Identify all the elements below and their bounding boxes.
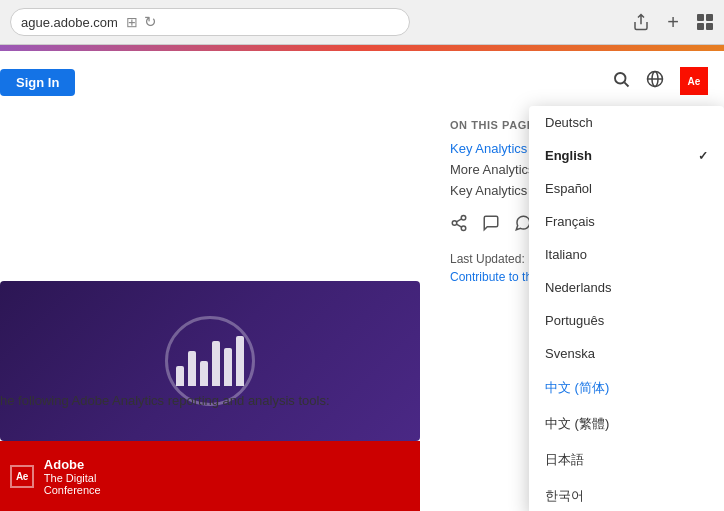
url-text: ague.adobe.com: [21, 15, 118, 30]
svg-line-12: [456, 224, 461, 227]
lang-nederlands[interactable]: Nederlands: [529, 271, 724, 304]
svg-line-13: [456, 219, 461, 222]
new-tab-icon[interactable]: +: [664, 13, 682, 31]
address-bar[interactable]: ague.adobe.com ⊞ ↻: [10, 8, 410, 36]
lang-francais[interactable]: Français: [529, 205, 724, 238]
lang-svenska[interactable]: Svenska: [529, 337, 724, 370]
translate-icon[interactable]: ⊞: [126, 14, 138, 30]
check-icon: ✓: [698, 149, 708, 163]
share-action-icon[interactable]: [450, 214, 468, 236]
bar-5: [224, 348, 232, 386]
adobe-conference-card: Ae Adobe The Digital Conference: [0, 441, 420, 511]
refresh-icon[interactable]: ↻: [144, 13, 157, 31]
svg-point-9: [461, 216, 466, 221]
svg-line-5: [624, 82, 628, 86]
lang-japanese[interactable]: 日本語: [529, 442, 724, 478]
svg-rect-0: [697, 14, 704, 21]
lang-english[interactable]: English ✓: [529, 139, 724, 172]
lang-italiano[interactable]: Italiano: [529, 238, 724, 271]
lang-chinese-traditional[interactable]: 中文 (繁體): [529, 406, 724, 442]
page-content: Sign In he following Adobe Analytics rep…: [0, 51, 724, 511]
bar-6: [236, 336, 244, 386]
lang-espanol[interactable]: Español: [529, 172, 724, 205]
browser-action-icons: +: [632, 13, 714, 31]
bar-2: [188, 351, 196, 386]
svg-rect-3: [706, 23, 713, 30]
lang-korean[interactable]: 한국어: [529, 478, 724, 511]
header-icon-row: Ae: [596, 51, 724, 111]
svg-point-4: [615, 73, 626, 84]
svg-rect-2: [697, 23, 704, 30]
globe-icon[interactable]: [646, 70, 664, 93]
share-browser-icon[interactable]: [632, 13, 650, 31]
svg-point-10: [452, 221, 457, 226]
adobe-card-logo: Ae: [10, 465, 34, 488]
adobe-card-content: Adobe The Digital Conference: [44, 457, 101, 496]
lang-portugues[interactable]: Português: [529, 304, 724, 337]
sign-in-button[interactable]: Sign In: [0, 69, 75, 96]
svg-point-11: [461, 226, 466, 231]
svg-rect-1: [706, 14, 713, 21]
body-text-1: he following Adobe Analytics reporting a…: [0, 391, 380, 411]
bar-3: [200, 361, 208, 386]
left-content: Sign In he following Adobe Analytics rep…: [0, 51, 430, 511]
grid-icon[interactable]: [696, 13, 714, 31]
search-icon[interactable]: [612, 70, 630, 93]
comment-action-icon[interactable]: [482, 214, 500, 236]
lang-chinese-simplified[interactable]: 中文 (简体): [529, 370, 724, 406]
bar-1: [176, 366, 184, 386]
chart-bars: [176, 336, 244, 386]
bar-4: [212, 341, 220, 386]
language-dropdown: Deutsch English ✓ Español Français Itali…: [529, 106, 724, 511]
browser-chrome: ague.adobe.com ⊞ ↻ +: [0, 0, 724, 45]
adobe-logo-icon[interactable]: Ae: [680, 67, 708, 95]
lang-deutsch[interactable]: Deutsch: [529, 106, 724, 139]
hero-image: [0, 281, 420, 441]
